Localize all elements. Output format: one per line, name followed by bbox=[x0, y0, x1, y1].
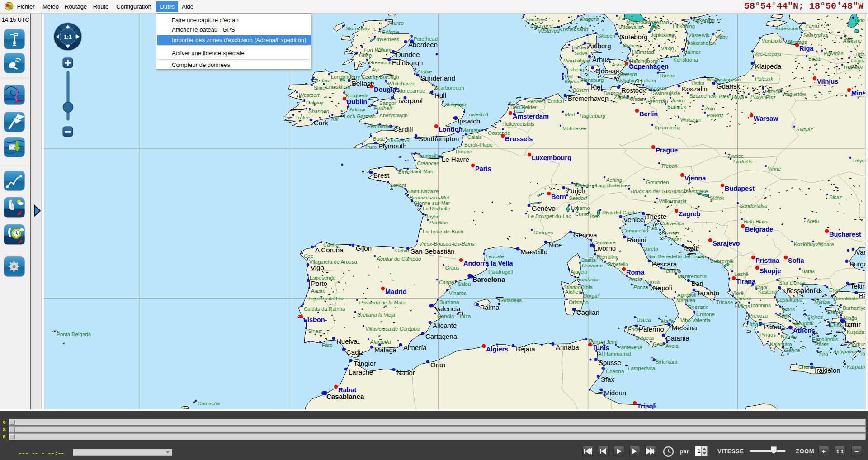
svg-text:Loreto: Loreto bbox=[643, 246, 658, 251]
svg-text:Belgrade: Belgrade bbox=[745, 226, 773, 233]
svg-text:Faro: Faro bbox=[322, 342, 333, 348]
svg-text:Málaga: Málaga bbox=[374, 346, 397, 354]
svg-text:Władysławowo: Władysławowo bbox=[707, 77, 741, 82]
svg-text:Pļaviņas: Pļaviņas bbox=[824, 51, 844, 56]
svg-text:Galway: Galway bbox=[306, 100, 324, 105]
svg-text:Larache: Larache bbox=[349, 368, 373, 376]
svg-text:Chalkída: Chalkída bbox=[792, 321, 813, 326]
svg-text:Marseille: Marseille bbox=[520, 248, 547, 256]
svg-text:Géfyra: Géfyra bbox=[784, 347, 800, 353]
svg-text:Bern: Bern bbox=[551, 193, 566, 200]
svg-text:Ciutadella: Ciutadella bbox=[499, 298, 522, 303]
svg-text:Klaipėda: Klaipėda bbox=[755, 62, 782, 70]
svg-text:Orbetello: Orbetello bbox=[607, 261, 628, 267]
svg-text:Erice: Erice bbox=[628, 327, 640, 332]
svg-text:Star Dojran: Star Dojran bbox=[779, 280, 805, 285]
svg-text:Gdov: Gdov bbox=[855, 18, 866, 23]
svg-text:Crikvenica: Crikvenica bbox=[660, 221, 684, 226]
svg-text:Almería: Almería bbox=[403, 344, 427, 351]
svg-text:Bicaz: Bicaz bbox=[829, 194, 842, 200]
svg-text:Koszalin: Koszalin bbox=[682, 85, 708, 93]
svg-text:Lisbon: Lisbon bbox=[303, 316, 325, 323]
svg-text:Vlorë: Vlorë bbox=[731, 290, 744, 296]
svg-text:Copenhagen: Copenhagen bbox=[629, 63, 669, 70]
svg-text:Ponza: Ponza bbox=[633, 285, 648, 290]
svg-text:Třeboň: Třeboň bbox=[661, 163, 677, 169]
svg-text:Varna: Varna bbox=[856, 248, 866, 256]
svg-text:Getxo: Getxo bbox=[395, 248, 409, 253]
svg-text:Viişoara: Viişoara bbox=[815, 242, 834, 247]
svg-text:Braslaw: Braslaw bbox=[844, 65, 863, 70]
svg-text:Cadiz: Cadiz bbox=[346, 348, 363, 356]
svg-text:Gela: Gela bbox=[653, 341, 664, 347]
svg-text:A Coruña: A Coruña bbox=[315, 246, 344, 254]
svg-text:Truro: Truro bbox=[364, 144, 377, 150]
svg-text:Zürich: Zürich bbox=[566, 187, 585, 194]
svg-text:Bodrum: Bodrum bbox=[849, 341, 866, 347]
svg-text:Osiek: Osiek bbox=[716, 94, 730, 99]
svg-text:Messina: Messina bbox=[672, 324, 698, 332]
svg-text:Kristiansand: Kristiansand bbox=[559, 27, 588, 32]
svg-text:Livorno: Livorno bbox=[594, 244, 616, 252]
svg-text:Arklow: Arklow bbox=[349, 107, 365, 112]
svg-text:Malfa: Malfa bbox=[661, 318, 674, 324]
svg-text:Greenock: Greenock bbox=[369, 60, 392, 65]
svg-text:Dorgali: Dorgali bbox=[583, 293, 600, 299]
svg-text:Barcelona: Barcelona bbox=[472, 275, 505, 283]
svg-text:Riga: Riga bbox=[799, 45, 814, 52]
svg-text:Morecambe: Morecambe bbox=[398, 88, 425, 94]
svg-text:Pasym: Pasym bbox=[750, 94, 767, 100]
svg-text:Napoli: Napoli bbox=[653, 284, 672, 292]
svg-text:Como: Como bbox=[575, 211, 589, 217]
svg-text:Siófok: Siófok bbox=[710, 195, 724, 201]
svg-text:Bruck an der Großglocknerstraß: Bruck an der Großglocknerstraße bbox=[631, 189, 708, 194]
svg-text:Ioánnina: Ioánnina bbox=[751, 303, 771, 308]
svg-text:Rønne: Rønne bbox=[660, 73, 675, 78]
svg-text:Pýrgos: Pýrgos bbox=[760, 332, 776, 337]
svg-text:Giżycko: Giżycko bbox=[765, 89, 783, 94]
svg-text:Maratea: Maratea bbox=[676, 298, 695, 303]
svg-text:Kiel: Kiel bbox=[591, 83, 602, 91]
svg-text:Chorges: Chorges bbox=[533, 230, 553, 235]
svg-text:Vigo: Vigo bbox=[311, 264, 324, 271]
svg-text:Pristina: Pristina bbox=[755, 257, 780, 264]
svg-text:Ringkøbing: Ringkøbing bbox=[563, 58, 590, 63]
svg-text:Vestbygd: Vestbygd bbox=[538, 28, 560, 33]
svg-text:Hagenburg: Hagenburg bbox=[580, 113, 606, 119]
svg-text:Edinburgh: Edinburgh bbox=[392, 59, 423, 66]
svg-text:Náfplio: Náfplio bbox=[781, 334, 797, 339]
svg-text:Madrid: Madrid bbox=[385, 288, 407, 295]
svg-text:Pantelleria: Pantelleria bbox=[618, 345, 642, 350]
svg-text:Pula: Pula bbox=[647, 225, 658, 231]
svg-text:Bude: Bude bbox=[373, 136, 385, 142]
svg-text:La Rochelle: La Rochelle bbox=[423, 206, 450, 211]
svg-text:Bandirma: Bandirma bbox=[859, 292, 866, 299]
svg-text:Tourlaville: Tourlaville bbox=[417, 153, 440, 159]
svg-text:Belo Blato: Belo Blato bbox=[744, 219, 768, 224]
svg-text:Çanakkale: Çanakkale bbox=[834, 296, 858, 301]
svg-text:Vikos: Vikos bbox=[737, 304, 750, 309]
svg-text:Aalborg: Aalborg bbox=[588, 42, 611, 50]
svg-text:Leucate: Leucate bbox=[486, 254, 504, 259]
svg-text:Burhaniye: Burhaniye bbox=[843, 305, 866, 311]
svg-text:Polessk: Polessk bbox=[755, 76, 774, 81]
svg-text:Thisted: Thisted bbox=[571, 45, 588, 50]
svg-text:Huelva: Huelva bbox=[336, 337, 358, 345]
svg-text:Wolsztyn: Wolsztyn bbox=[680, 117, 701, 123]
svg-text:Paris: Paris bbox=[475, 165, 491, 172]
svg-text:Mellerud: Mellerud bbox=[626, 19, 646, 24]
svg-text:Sciacca: Sciacca bbox=[636, 335, 654, 341]
svg-text:London: London bbox=[439, 126, 462, 133]
svg-text:Büsum: Büsum bbox=[573, 87, 589, 93]
svg-text:Aberdeen: Aberdeen bbox=[408, 41, 438, 48]
svg-text:Minsk: Minsk bbox=[851, 90, 866, 97]
svg-text:Bejaïa: Bejaïa bbox=[516, 345, 535, 353]
svg-text:Tripoli: Tripoli bbox=[637, 403, 657, 409]
svg-text:Amble: Amble bbox=[417, 69, 432, 74]
svg-text:Augustów: Augustów bbox=[783, 91, 806, 97]
svg-text:Brest: Brest bbox=[373, 171, 390, 179]
svg-text:Pembroke: Pembroke bbox=[367, 123, 391, 129]
svg-text:Cardiff: Cardiff bbox=[393, 125, 414, 133]
svg-text:Birkirkara: Birkirkara bbox=[656, 359, 678, 365]
svg-text:Saint-Malo: Saint-Malo bbox=[410, 169, 434, 174]
